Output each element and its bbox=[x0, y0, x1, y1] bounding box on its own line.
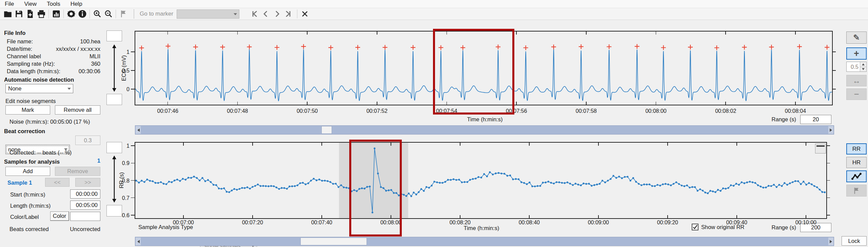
svg-text:0.7: 0.7 bbox=[122, 195, 130, 201]
svg-text:00:07:58: 00:07:58 bbox=[576, 108, 597, 114]
svg-text:00:08:20: 00:08:20 bbox=[450, 220, 471, 225]
rr-tachogram-axes: 00:07:0000:07:2000:07:4000:08:0000:08:20… bbox=[118, 142, 830, 225]
panel-bar-icon bbox=[816, 145, 825, 147]
application-window: File View Tools Help bbox=[0, 0, 868, 247]
svg-text:00:07:46: 00:07:46 bbox=[157, 108, 178, 114]
rr-series bbox=[135, 147, 826, 213]
svg-text:00:07:52: 00:07:52 bbox=[367, 108, 388, 114]
svg-text:00:07:40: 00:07:40 bbox=[311, 220, 332, 225]
svg-text:00:08:00: 00:08:00 bbox=[645, 108, 666, 114]
svg-text:0.6: 0.6 bbox=[122, 212, 130, 218]
svg-text:RR (s): RR (s) bbox=[118, 172, 124, 188]
ecg-yzoom-arrow-icon bbox=[112, 44, 116, 92]
svg-text:0.9: 0.9 bbox=[122, 160, 130, 166]
svg-text:ECG (mV): ECG (mV) bbox=[121, 55, 127, 81]
svg-text:00:07:20: 00:07:20 bbox=[242, 220, 263, 225]
svg-text:1: 1 bbox=[126, 143, 130, 149]
svg-text:00:09:40: 00:09:40 bbox=[726, 220, 747, 225]
svg-text:00:08:02: 00:08:02 bbox=[715, 108, 736, 114]
svg-text:00:07:50: 00:07:50 bbox=[297, 108, 318, 114]
svg-text:00:08:04: 00:08:04 bbox=[785, 108, 806, 114]
rr-panel-toggle-button[interactable] bbox=[815, 144, 826, 153]
svg-text:1: 1 bbox=[126, 49, 130, 55]
rr-yzoom-arrow-icon bbox=[112, 156, 116, 203]
svg-text:00:10:00: 00:10:00 bbox=[795, 220, 816, 225]
svg-text:00:08:40: 00:08:40 bbox=[519, 220, 540, 225]
svg-text:0: 0 bbox=[126, 86, 130, 92]
svg-text:00:07:00: 00:07:00 bbox=[173, 220, 194, 225]
svg-text:00:09:00: 00:09:00 bbox=[588, 220, 609, 225]
svg-text:00:09:20: 00:09:20 bbox=[657, 220, 678, 225]
svg-text:00:07:48: 00:07:48 bbox=[227, 108, 248, 114]
rr-highlight-annotation bbox=[349, 140, 402, 236]
ecg-highlight-annotation bbox=[433, 29, 514, 115]
